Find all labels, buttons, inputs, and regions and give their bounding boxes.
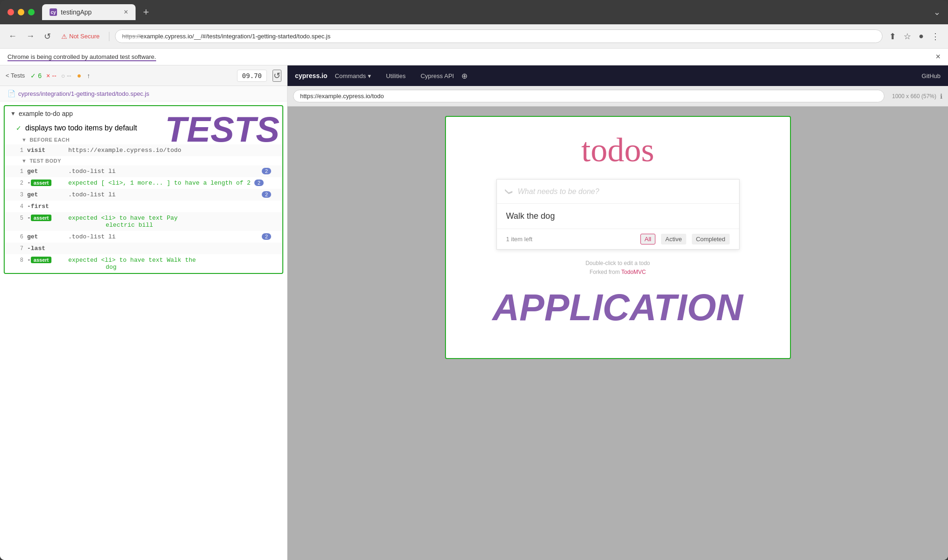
footer-note-line1: Double-click to edit a todo bbox=[585, 259, 650, 268]
todo-count: 1 item left bbox=[506, 236, 635, 243]
preview-info-button[interactable]: ℹ bbox=[940, 93, 942, 100]
title-bar: cy testingApp × + ⌄ bbox=[0, 0, 948, 24]
filter-all-button[interactable]: All bbox=[640, 234, 655, 244]
runner-toolbar: < Tests ✓ 6 × -- ○ -- ● ↑ bbox=[0, 65, 287, 86]
preview-size: 1000 x 660 (57%) bbox=[892, 93, 936, 100]
pending-label: -- bbox=[67, 72, 71, 79]
suite-title: example to-do app bbox=[19, 110, 73, 117]
command-row: 1 visit https://example.cypress.io/todo bbox=[5, 144, 282, 156]
todo-chevron-icon: ❯ bbox=[505, 188, 514, 194]
filter-active-button[interactable]: Active bbox=[661, 234, 686, 244]
app-footer-note: Double-click to edit a todo Forked from … bbox=[585, 259, 650, 277]
todo-list-item: Walk the dog bbox=[497, 204, 739, 229]
app-navigation: Commands ▾ Utilities Cypress API bbox=[335, 72, 454, 79]
reload-tests-button[interactable]: ↺ bbox=[273, 70, 281, 82]
test-body-section: ▼ TEST BODY bbox=[5, 156, 282, 165]
maximize-traffic-light[interactable] bbox=[28, 9, 35, 15]
command-row: 2 -assert expected [ <li>, 1 more... ] t… bbox=[5, 177, 282, 189]
commands-menu[interactable]: Commands ▾ bbox=[335, 72, 371, 79]
minimize-traffic-light[interactable] bbox=[18, 9, 24, 15]
info-bar-close[interactable]: × bbox=[935, 52, 941, 62]
pending-stat: ○ -- bbox=[61, 72, 72, 79]
cypress-runner-panel: < Tests ✓ 6 × -- ○ -- ● ↑ bbox=[0, 65, 287, 560]
tab-favicon: cy bbox=[50, 8, 57, 16]
tab-title: testingApp bbox=[61, 8, 92, 16]
cypress-api-link[interactable]: Cypress API bbox=[421, 72, 454, 79]
active-tab[interactable]: cy testingApp × bbox=[42, 4, 136, 20]
tab-list-button[interactable]: ⌄ bbox=[934, 7, 941, 17]
before-each-section: ▼ BEFORE EACH bbox=[5, 135, 282, 144]
test-stats: ✓ 6 × -- ○ -- bbox=[30, 72, 71, 79]
command-row: 7 -last bbox=[5, 243, 282, 254]
file-path-text: cypress/integration/1-getting-started/to… bbox=[18, 90, 149, 97]
app-preview-panel: cypress.io Commands ▾ Utilities Cypress … bbox=[287, 65, 948, 560]
todo-new-input[interactable]: ❯ What needs to be done? bbox=[497, 179, 739, 204]
security-text: Not Secure bbox=[69, 33, 100, 40]
test-timer: 09.70 bbox=[237, 70, 267, 82]
app-preview-area: todos ❯ What needs to be done? Walk the … bbox=[287, 107, 948, 560]
account-button[interactable]: ● bbox=[916, 29, 926, 43]
todo-app-title: todos bbox=[581, 131, 654, 170]
before-each-arrow: ▼ bbox=[22, 137, 27, 143]
command-row: 5 -assert expected <li> to have text Pay… bbox=[5, 212, 282, 231]
share-button[interactable]: ⬆ bbox=[886, 29, 899, 43]
todo-app-frame: todos ❯ What needs to be done? Walk the … bbox=[445, 116, 791, 359]
file-path-bar: 📄 cypress/integration/1-getting-started/… bbox=[0, 86, 287, 101]
command-row: 6 get .todo-list li 2 bbox=[5, 231, 282, 243]
todo-item-text: Walk the dog bbox=[506, 211, 555, 221]
reload-button[interactable]: ↺ bbox=[41, 29, 54, 43]
app-brand: cypress.io bbox=[295, 72, 327, 79]
forward-button[interactable]: → bbox=[23, 29, 37, 43]
command-row: 8 -assert expected <li> to have text Wal… bbox=[5, 254, 282, 273]
browser-menu-button[interactable]: ⋮ bbox=[928, 29, 942, 43]
pass-icon: ✓ bbox=[30, 72, 36, 79]
filter-completed-button[interactable]: Completed bbox=[692, 234, 730, 244]
fail-label: -- bbox=[52, 72, 56, 79]
bookmark-button[interactable]: ☆ bbox=[901, 29, 914, 43]
url-bar[interactable]: https:// example.cypress.io/__/#/tests/i… bbox=[115, 29, 883, 43]
preview-url-input[interactable]: https://example.cypress.io/todo bbox=[293, 90, 884, 102]
pass-stat: ✓ 6 bbox=[30, 72, 42, 79]
pending-icon: ○ bbox=[61, 72, 65, 79]
command-row: 1 get .todo-list li 2 bbox=[5, 165, 282, 177]
browser-window: cy testingApp × + ⌄ ← → ↺ ⚠ Not Secure h… bbox=[0, 0, 948, 560]
test-case-title: displays two todo items by default bbox=[25, 124, 137, 132]
url-prefix: https:// bbox=[122, 33, 140, 40]
info-bar-text: Chrome is being controlled by automated … bbox=[7, 53, 935, 60]
app-top-toolbar: cypress.io Commands ▾ Utilities Cypress … bbox=[287, 65, 948, 86]
file-icon: 📄 bbox=[7, 90, 15, 97]
back-to-tests-button[interactable]: < Tests bbox=[6, 72, 25, 79]
crosshair-button[interactable]: ⊕ bbox=[461, 72, 467, 80]
fail-stat: × -- bbox=[46, 72, 57, 79]
traffic-lights bbox=[7, 9, 35, 15]
nav-actions: ⬆ ☆ ● ⋮ bbox=[886, 29, 942, 43]
automation-info-bar: Chrome is being controlled by automated … bbox=[0, 49, 948, 65]
suite-header: ▼ example to-do app bbox=[5, 106, 282, 121]
todo-footer: 1 item left All Active Completed bbox=[497, 229, 739, 249]
todo-input-placeholder: What needs to be done? bbox=[518, 187, 599, 196]
scroll-icon: ↑ bbox=[87, 72, 90, 79]
application-overlay-text: APPLICATION bbox=[492, 286, 743, 329]
security-warning-icon: ⚠ bbox=[61, 33, 67, 40]
before-each-label: BEFORE EACH bbox=[29, 137, 70, 143]
utilities-link[interactable]: Utilities bbox=[386, 72, 406, 79]
test-body-arrow: ▼ bbox=[22, 158, 27, 164]
test-body-label: TEST BODY bbox=[29, 158, 61, 164]
todomvc-link[interactable]: TodoMVC bbox=[621, 269, 646, 275]
new-tab-button[interactable]: + bbox=[139, 4, 153, 20]
url-divider bbox=[109, 32, 109, 41]
todo-input-area: ❯ What needs to be done? Walk the dog 1 … bbox=[496, 179, 740, 250]
close-traffic-light[interactable] bbox=[7, 9, 14, 15]
fail-icon: × bbox=[46, 72, 50, 79]
navigation-bar: ← → ↺ ⚠ Not Secure https:// example.cypr… bbox=[0, 24, 948, 49]
main-content: < Tests ✓ 6 × -- ○ -- ● ↑ bbox=[0, 65, 948, 560]
tab-close-button[interactable]: × bbox=[124, 8, 128, 16]
preview-url-bar: https://example.cypress.io/todo 1000 x 6… bbox=[287, 86, 948, 107]
github-link[interactable]: GitHub bbox=[922, 72, 941, 79]
test-suite: ▼ example to-do app ✓ displays two todo … bbox=[4, 105, 283, 274]
suite-arrow-icon: ▼ bbox=[10, 110, 16, 117]
status-dot: ● bbox=[77, 72, 81, 80]
url-main: example.cypress.io/__/#/tests/integratio… bbox=[140, 33, 330, 40]
footer-note-line2: Forked from TodoMVC bbox=[585, 268, 650, 277]
back-button[interactable]: ← bbox=[6, 29, 20, 43]
